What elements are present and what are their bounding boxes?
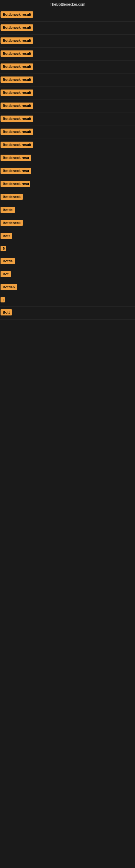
bottleneck-badge[interactable]: Bottleneck result	[1, 129, 33, 135]
list-item: Bottleneck result	[0, 139, 135, 152]
bottleneck-badge[interactable]: Bottleneck result	[1, 51, 33, 57]
bottleneck-badge[interactable]: Bottle	[1, 258, 15, 264]
bottleneck-badge[interactable]: Bottlen	[1, 284, 17, 290]
list-item: Bottlen	[0, 281, 135, 294]
list-item: Bott	[0, 230, 135, 243]
list-item: Bottle	[0, 204, 135, 217]
list-item: Bottleneck result	[0, 100, 135, 113]
list-item: Bottleneck result	[0, 126, 135, 139]
bottleneck-badge[interactable]: Bottleneck result	[1, 11, 33, 18]
bottleneck-badge[interactable]: Bott	[1, 233, 12, 239]
bottleneck-badge[interactable]: Bottleneck result	[1, 116, 33, 122]
list-item: Bottleneck resu	[0, 152, 135, 165]
bottleneck-badge[interactable]: Bottleneck	[1, 194, 23, 200]
list-item: B	[0, 243, 135, 255]
bottleneck-badge[interactable]: Bottleneck result	[1, 37, 33, 44]
list-item: Bot	[0, 268, 135, 281]
list-item: Bottleneck	[0, 217, 135, 230]
bottleneck-badge[interactable]: Bott	[1, 309, 12, 315]
bottleneck-badge[interactable]: Bottleneck result	[1, 142, 33, 148]
bottleneck-badge[interactable]: Bottleneck result	[1, 76, 33, 83]
list-item: Bottleneck result	[0, 48, 135, 61]
list-item: Bottleneck result	[0, 9, 135, 22]
list-item: Bottleneck result	[0, 113, 135, 126]
list-item: Bottleneck result	[0, 61, 135, 74]
bottleneck-badge[interactable]: Bottleneck result	[1, 63, 33, 70]
site-title-bar: TheBottlenecker.com	[0, 0, 135, 9]
bottleneck-badge[interactable]: Bot	[1, 271, 11, 277]
list-item: I	[0, 294, 135, 307]
results-list: Bottleneck resultBottleneck resultBottle…	[0, 9, 135, 319]
site-title: TheBottlenecker.com	[0, 0, 135, 9]
bottleneck-badge[interactable]: Bottleneck result	[1, 24, 33, 31]
list-item: Bottle	[0, 255, 135, 268]
bottleneck-badge[interactable]: Bottleneck resu	[1, 167, 31, 174]
bottleneck-badge[interactable]: I	[1, 297, 5, 303]
list-item: Bottleneck resu	[0, 178, 135, 191]
bottleneck-badge[interactable]: Bottleneck resu	[1, 155, 31, 161]
bottleneck-badge[interactable]: Bottle	[1, 207, 15, 213]
list-item: Bottleneck result	[0, 22, 135, 35]
bottleneck-badge[interactable]: Bottleneck	[1, 220, 23, 226]
bottleneck-badge[interactable]: Bottleneck result	[1, 102, 33, 109]
bottleneck-badge[interactable]: B	[1, 246, 6, 251]
list-item: Bottleneck	[0, 191, 135, 204]
list-item: Bottleneck result	[0, 87, 135, 100]
bottleneck-badge[interactable]: Bottleneck resu	[1, 181, 30, 187]
bottleneck-badge[interactable]: Bottleneck result	[1, 90, 33, 96]
list-item: Bottleneck result	[0, 35, 135, 48]
list-item: Bottleneck resu	[0, 165, 135, 178]
list-item: Bottleneck result	[0, 74, 135, 87]
list-item: Bott	[0, 307, 135, 319]
